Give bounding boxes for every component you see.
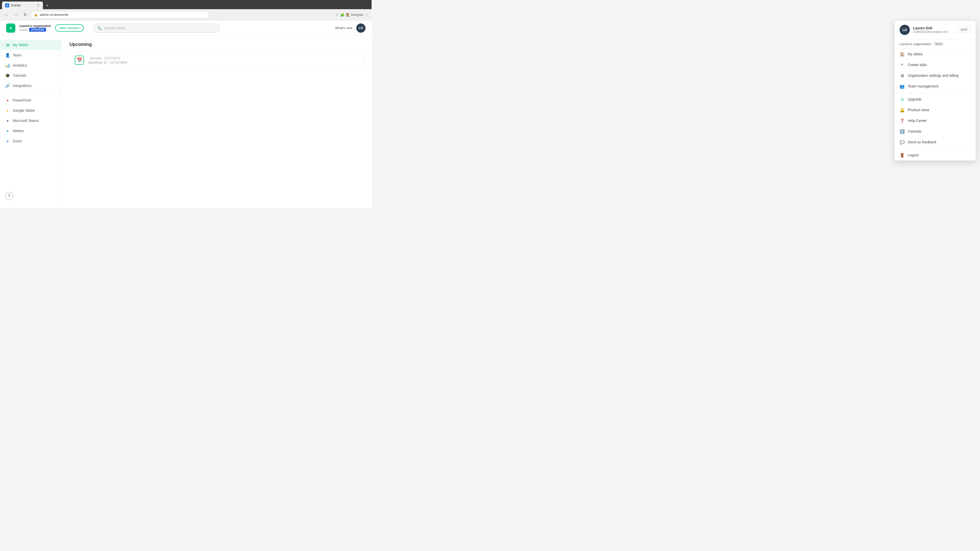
address-bar-row: ← → ↻ 🔒 admin.sli.do/events ☆ 🧩 🕵️ Incog… [0, 9, 372, 21]
active-tab[interactable]: S Events ✕ [2, 2, 43, 9]
search-bar[interactable]: 🔍 Search slidos [93, 23, 221, 33]
tab-bar: S Events ✕ + [0, 0, 372, 9]
avatar-button[interactable]: LD [356, 24, 366, 33]
sidebar: ⊞ My Slidos 👤 Team 📊 Analytics 🎓 Tutoria… [0, 36, 61, 208]
event-title: Sample #2329970 [88, 56, 127, 60]
menu-icon[interactable]: ⋮ [365, 13, 369, 17]
org-name: Lauren's organization [19, 24, 51, 28]
my-slidos-icon: ⊞ [5, 42, 10, 48]
sidebar-item-label-team: Team [13, 53, 21, 57]
role-label: Owner [19, 28, 27, 32]
sidebar-item-team[interactable]: 👤 Team [0, 50, 61, 60]
sidebar-divider [0, 93, 61, 93]
incognito-badge: 🕵️ Incognito [346, 13, 363, 17]
address-text: admin.sli.do/events [40, 13, 68, 17]
sidebar-item-label-google-slides: Google Slides [13, 108, 35, 113]
tutorials-icon: 🎓 [5, 73, 10, 78]
microsoft-teams-icon: ● [5, 118, 10, 123]
help-button[interactable]: ? [5, 192, 13, 200]
slido-logo: s [6, 24, 15, 33]
event-card[interactable]: 📅 Sample #2329970 Upcoming: 11 – 12 Oct … [69, 51, 363, 69]
sidebar-item-google-slides[interactable]: ● Google Slides [0, 105, 61, 116]
extensions-icon[interactable]: 🧩 [340, 13, 345, 17]
zoom-icon: ● [5, 138, 10, 144]
tab-favicon: S [5, 3, 9, 7]
address-bar[interactable]: 🔒 admin.sli.do/events [30, 11, 209, 19]
event-icon: 📅 [75, 56, 84, 65]
sidebar-item-label-powerpoint: PowerPoint [13, 98, 31, 102]
integrations-icon: 🔗 [5, 83, 10, 88]
sidebar-item-tutorials[interactable]: 🎓 Tutorials [0, 70, 61, 81]
app-wrapper: s Lauren's organization Owner UPGRADE Ne… [0, 21, 372, 208]
google-slides-icon: ● [5, 108, 10, 113]
sidebar-item-label-my-slidos: My Slidos [13, 43, 28, 47]
main-area: ⊞ My Slidos 👤 Team 📊 Analytics 🎓 Tutoria… [0, 36, 372, 208]
org-info: Lauren's organization Owner UPGRADE [19, 24, 51, 32]
section-title: Upcoming [69, 42, 363, 47]
browser-actions: ☆ 🧩 🕵️ Incognito ⋮ [335, 13, 369, 17]
search-icon: 🔍 [97, 26, 102, 30]
sidebar-item-integrations[interactable]: 🔗 Integrations [0, 81, 61, 91]
event-info: Sample #2329970 Upcoming: 11 – 12 Oct 20… [88, 56, 127, 64]
sidebar-item-label-webex: Webex [13, 129, 24, 133]
top-navbar: s Lauren's organization Owner UPGRADE Ne… [0, 21, 372, 36]
sidebar-item-microsoft-teams[interactable]: ● Microsoft Teams [0, 116, 61, 126]
sidebar-item-webex[interactable]: ● Webex [0, 126, 61, 136]
sidebar-item-label-tutorials: Tutorials [13, 73, 26, 78]
new-interface-button[interactable]: New interface [55, 24, 83, 32]
reload-button[interactable]: ↻ [21, 11, 29, 18]
sidebar-item-label-zoom: Zoom [13, 139, 22, 143]
analytics-icon: 📊 [5, 63, 10, 68]
org-role: Owner UPGRADE [19, 28, 51, 32]
team-icon: 👤 [5, 52, 10, 58]
sidebar-item-label-integrations: Integrations [13, 84, 32, 88]
tab-title: Events [11, 3, 21, 7]
incognito-icon: 🕵️ [346, 13, 350, 17]
powerpoint-icon: ● [5, 98, 10, 103]
event-date: Upcoming: 11 – 12 Oct 2024 [88, 61, 127, 64]
sidebar-item-label-microsoft-teams: Microsoft Teams [13, 119, 39, 123]
content-area: Upcoming 📅 Sample #2329970 Upcoming: 11 … [61, 36, 372, 208]
bookmark-icon[interactable]: ☆ [335, 13, 339, 17]
new-tab-button[interactable]: + [44, 2, 51, 9]
lock-icon: 🔒 [34, 13, 38, 17]
back-button[interactable]: ← [3, 11, 10, 18]
sidebar-item-label-analytics: Analytics [13, 63, 27, 67]
webex-icon: ● [5, 128, 10, 133]
sidebar-item-analytics[interactable]: 📊 Analytics [0, 60, 61, 70]
search-placeholder: Search slidos [104, 26, 126, 30]
event-id: #2329970 [104, 56, 120, 60]
whats-new-button[interactable]: What's new [335, 26, 352, 30]
sidebar-item-powerpoint[interactable]: ● PowerPoint [0, 95, 61, 105]
sidebar-item-my-slidos[interactable]: ⊞ My Slidos [0, 40, 61, 50]
tab-close-button[interactable]: ✕ [37, 3, 40, 7]
forward-button[interactable]: → [12, 11, 19, 18]
sidebar-item-zoom[interactable]: ● Zoom [0, 136, 61, 146]
upgrade-badge[interactable]: UPGRADE [29, 28, 46, 32]
slido-logo-icon: s [6, 24, 15, 33]
